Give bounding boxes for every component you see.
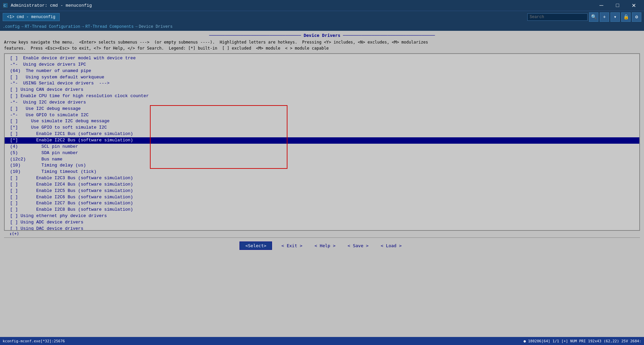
save-button[interactable]: < Save > bbox=[345, 242, 371, 250]
menu-line[interactable]: -*- Using I2C device drivers bbox=[5, 99, 639, 106]
scroll-indicator: ↕(+) bbox=[4, 231, 640, 236]
menu-line[interactable]: [*] Use GPIO to soft simulate I2C bbox=[5, 125, 639, 131]
menu-line[interactable]: -*- USING Serial device drivers ---> bbox=[5, 80, 639, 87]
titlebar-controls: ─ □ ✕ bbox=[594, 0, 641, 11]
menu-container[interactable]: [ ] Enable device driver model with devi… bbox=[4, 53, 640, 231]
menu-line[interactable]: [ ] Enable I2C1 Bus (software simulation… bbox=[5, 131, 639, 137]
window-title: Administrator: cmd - menuconfig bbox=[11, 3, 92, 8]
menu-line[interactable]: (10) Timing timeout (tick) bbox=[5, 169, 639, 175]
menu-area: [ ] Enable device driver model with devi… bbox=[4, 53, 640, 236]
menu-line[interactable]: [*] Enable I2C2 Bus (software simulation… bbox=[5, 137, 639, 144]
select-button[interactable]: <Select> bbox=[239, 242, 272, 250]
breadcrumb-part-3[interactable]: RT-Thread Components bbox=[85, 24, 133, 29]
search-input[interactable] bbox=[527, 13, 588, 21]
bottom-bar: <Select> < Exit > < Help > < Save > < Lo… bbox=[4, 237, 640, 254]
svg-text:C: C bbox=[4, 4, 6, 7]
statusbar-right: ● 180206[64] 1/1 [+] NUM PRI 192x43 (62,… bbox=[524, 339, 641, 343]
dropdown-button[interactable]: ▾ bbox=[610, 12, 620, 22]
maximize-button[interactable]: □ bbox=[610, 0, 625, 11]
titlebar-left: C Administrator: cmd - menuconfig bbox=[3, 3, 92, 8]
breadcrumb-sep-2: → bbox=[82, 24, 84, 29]
menu-line[interactable]: [ ] Enable CPU time for high resolution … bbox=[5, 93, 639, 99]
breadcrumb-sep-1: → bbox=[21, 24, 23, 29]
breadcrumb: .config → RT-Thread Configuration → RT-T… bbox=[0, 23, 644, 31]
menu-line[interactable]: (4) SCL pin number bbox=[5, 144, 639, 150]
menu-line[interactable]: [ ] Enable device driver model with devi… bbox=[5, 55, 639, 62]
menu-line[interactable]: [ ] Use simulate I2C debug message bbox=[5, 118, 639, 125]
menu-line[interactable]: (5) SDA pin number bbox=[5, 150, 639, 156]
statusbar: kconfig-mconf.exe[*32]:25676 ● 180206[64… bbox=[0, 337, 644, 345]
statusbar-left: kconfig-mconf.exe[*32]:25676 bbox=[3, 339, 65, 343]
minimize-button[interactable]: ─ bbox=[594, 0, 609, 11]
close-button[interactable]: ✕ bbox=[626, 0, 641, 11]
breadcrumb-part-1[interactable]: .config bbox=[3, 24, 19, 29]
breadcrumb-part-2[interactable]: RT-Thread Configuration bbox=[25, 24, 80, 29]
exit-button[interactable]: < Exit > bbox=[279, 242, 305, 250]
titlebar: C Administrator: cmd - menuconfig ─ □ ✕ bbox=[0, 0, 644, 11]
help-text: Arrow keys navigate the menu. <Enter> se… bbox=[4, 39, 640, 51]
menu-lines: [ ] Enable device driver model with devi… bbox=[5, 55, 639, 231]
menu-line[interactable]: (i2c2) Bus name bbox=[5, 156, 639, 163]
menu-line[interactable]: [ ] Enable I2C8 Bus (software simulation… bbox=[5, 207, 639, 213]
menu-line[interactable]: -*- Using device drivers IPC bbox=[5, 62, 639, 68]
menu-line[interactable]: [ ] Enable I2C4 Bus (software simulation… bbox=[5, 182, 639, 188]
settings-button[interactable]: ⚙ bbox=[632, 12, 641, 22]
menu-line[interactable]: [ ] Enable I2C5 Bus (software simulation… bbox=[5, 188, 639, 194]
help-button[interactable]: < Help > bbox=[312, 242, 338, 250]
main-content: ─────────────────────────────────── Devi… bbox=[0, 31, 644, 321]
menu-line[interactable]: [ ] Using DAC device drivers bbox=[5, 226, 639, 231]
menu-line[interactable]: [ ] Use I2C debug message bbox=[5, 106, 639, 112]
section-title: ─────────────────────────────────── Devi… bbox=[4, 33, 640, 38]
breadcrumb-part-4: Device Drivers bbox=[139, 24, 173, 29]
app-icon: C bbox=[3, 3, 8, 8]
tab-label: <1> cmd - menuconfig bbox=[7, 15, 55, 19]
toolbar: <1> cmd - menuconfig 🔍 + ▾ 🔒 ⚙ bbox=[0, 11, 644, 23]
tab-item[interactable]: <1> cmd - menuconfig bbox=[3, 13, 60, 21]
menu-line[interactable]: [ ] Using ethernet phy device drivers bbox=[5, 213, 639, 219]
menu-line[interactable]: (10) Timing delay (us) bbox=[5, 162, 639, 169]
menu-line[interactable]: [ ] Enable I2C6 Bus (software simulation… bbox=[5, 194, 639, 201]
menu-line[interactable]: [ ] Using system default workqueue bbox=[5, 74, 639, 81]
menu-line[interactable]: [ ] Enable I2C7 Bus (software simulation… bbox=[5, 200, 639, 207]
menu-line[interactable]: (64) The number of unamed pipe bbox=[5, 68, 639, 74]
lock-button[interactable]: 🔒 bbox=[621, 12, 631, 22]
load-button[interactable]: < Load > bbox=[378, 242, 405, 250]
menu-line[interactable]: [ ] Enable I2C3 Bus (software simulation… bbox=[5, 175, 639, 182]
search-container: 🔍 + ▾ 🔒 ⚙ bbox=[527, 12, 641, 22]
breadcrumb-sep-3: → bbox=[135, 24, 138, 29]
menu-line[interactable]: [ ] Using CAN device drivers bbox=[5, 87, 639, 93]
search-icon-button[interactable]: 🔍 bbox=[589, 12, 598, 22]
menu-line[interactable]: [ ] Using ADC device drivers bbox=[5, 219, 639, 226]
add-button[interactable]: + bbox=[600, 12, 609, 22]
menu-line[interactable]: -*- Use GPIO to simulate I2C bbox=[5, 112, 639, 119]
